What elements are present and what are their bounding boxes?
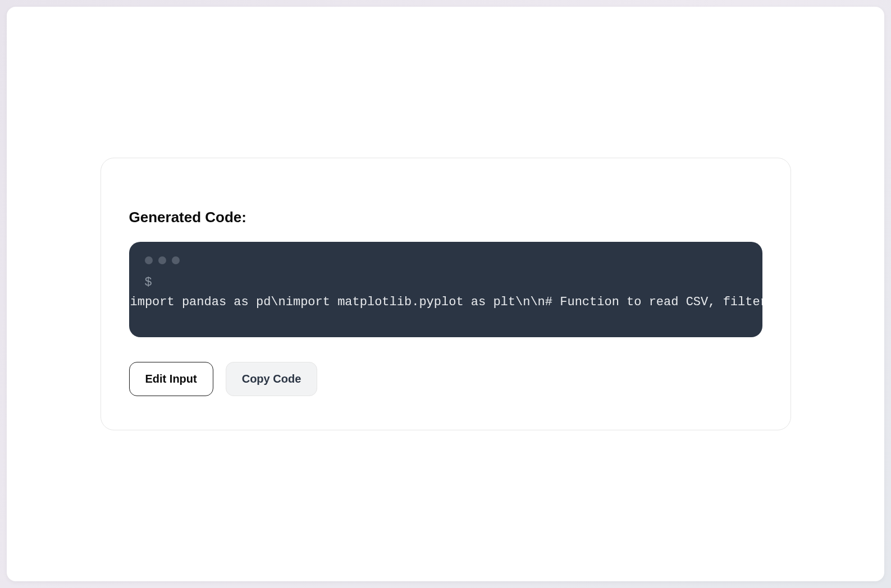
window-dot-icon xyxy=(145,256,153,264)
prompt-line: $ xyxy=(129,275,762,290)
card-heading: Generated Code: xyxy=(129,209,762,226)
edit-input-button[interactable]: Edit Input xyxy=(129,362,213,396)
generated-code-card: Generated Code: $ import pandas as pd\ni… xyxy=(100,158,791,430)
button-row: Edit Input Copy Code xyxy=(129,362,762,396)
window-dot-icon xyxy=(172,256,180,264)
copy-code-button[interactable]: Copy Code xyxy=(226,362,318,396)
shell-prompt: $ xyxy=(145,275,152,290)
outer-panel: Generated Code: $ import pandas as pd\ni… xyxy=(7,7,884,581)
window-controls xyxy=(129,256,762,264)
code-output: import pandas as pd\nimport matplotlib.p… xyxy=(129,295,762,309)
window-dot-icon xyxy=(158,256,166,264)
terminal-window: $ import pandas as pd\nimport matplotlib… xyxy=(129,242,762,337)
